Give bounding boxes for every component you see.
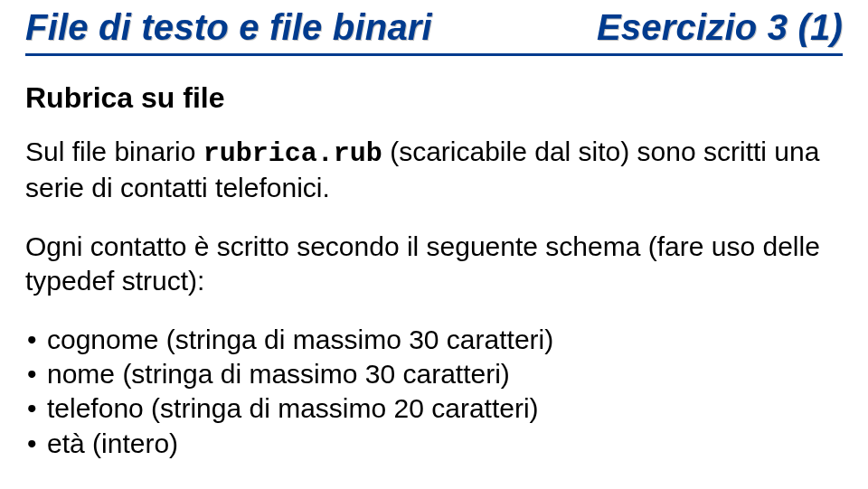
paragraph-1-prefix: Sul file binario — [25, 136, 203, 166]
list-item: età (intero) — [25, 427, 843, 461]
list-item: nome (stringa di massimo 30 caratteri) — [25, 357, 843, 391]
slide: File di testo e file binari Esercizio 3 … — [0, 0, 868, 489]
slide-title-left: File di testo e file binari — [25, 7, 432, 48]
slide-subtitle: Rubrica su file — [25, 81, 843, 115]
title-row: File di testo e file binari Esercizio 3 … — [25, 7, 843, 56]
paragraph-1: Sul file binario rubrica.rub (scaricabil… — [25, 135, 843, 206]
code-filename: rubrica.rub — [203, 138, 382, 169]
paragraph-2: Ogni contatto è scritto secondo il segue… — [25, 230, 843, 299]
list-item: cognome (stringa di massimo 30 caratteri… — [25, 323, 843, 357]
list-item: telefono (stringa di massimo 20 caratter… — [25, 391, 843, 426]
slide-title-right: Esercizio 3 (1) — [597, 7, 843, 48]
bullet-list: cognome (stringa di massimo 30 caratteri… — [25, 323, 843, 462]
